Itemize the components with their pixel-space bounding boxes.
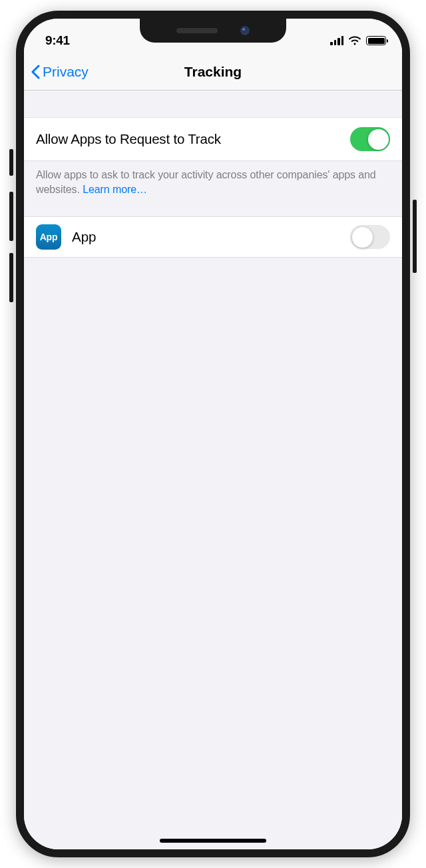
allow-tracking-toggle[interactable] [350, 127, 390, 151]
app-name-label: App [72, 229, 339, 245]
chevron-left-icon [31, 65, 40, 79]
cellular-signal-icon [330, 36, 343, 45]
back-button[interactable]: Privacy [31, 64, 89, 80]
battery-icon [366, 36, 386, 45]
learn-more-link[interactable]: Learn more… [83, 184, 147, 195]
app-tracking-toggle[interactable] [350, 225, 390, 249]
app-row: App App [24, 216, 402, 258]
content-area: Allow Apps to Request to Track Allow app… [24, 91, 402, 849]
allow-tracking-label: Allow Apps to Request to Track [36, 131, 221, 147]
status-icons [330, 36, 386, 45]
device-frame: 9:41 Privacy Tracking [16, 11, 410, 857]
screen: 9:41 Privacy Tracking [24, 19, 402, 849]
speaker-grille [176, 28, 218, 33]
navigation-bar: Privacy Tracking [24, 53, 402, 91]
notch [140, 19, 286, 43]
allow-tracking-footer: Allow apps to ask to track your activity… [24, 161, 402, 196]
wifi-icon [348, 36, 361, 45]
status-time: 9:41 [45, 33, 70, 48]
side-switch [9, 149, 13, 176]
page-title: Tracking [184, 64, 242, 80]
volume-down-button [9, 253, 13, 302]
home-indicator[interactable] [160, 839, 266, 843]
app-icon: App [36, 224, 61, 250]
power-button [413, 200, 417, 273]
volume-up-button [9, 192, 13, 241]
back-label: Privacy [43, 64, 89, 80]
front-camera [240, 26, 250, 35]
allow-tracking-row: Allow Apps to Request to Track [24, 117, 402, 161]
